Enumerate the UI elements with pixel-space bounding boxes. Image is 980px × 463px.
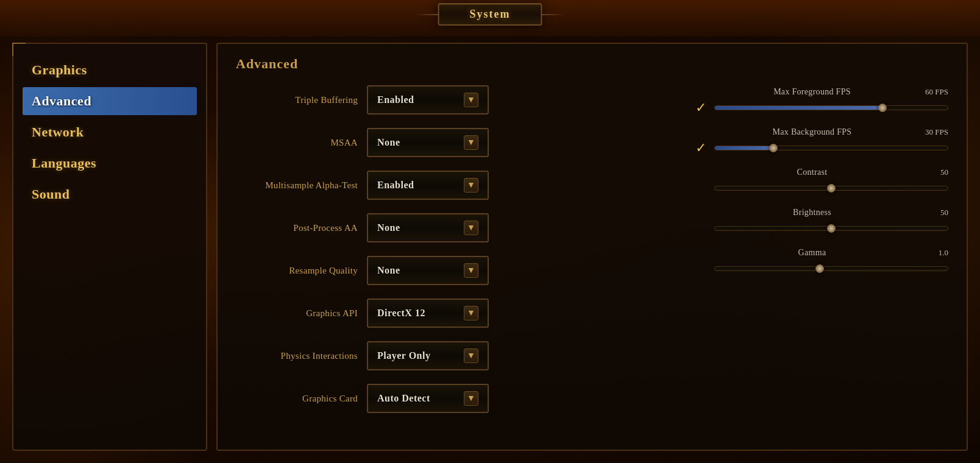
contrast-label: Contrast (715, 168, 909, 177)
resample-quality-dropdown[interactable]: None ▼ (367, 256, 489, 285)
triple-buffering-dropdown[interactable]: Enabled ▼ (367, 85, 489, 115)
msaa-arrow: ▼ (464, 135, 478, 150)
contrast-track[interactable] (714, 186, 948, 191)
gamma-thumb[interactable] (815, 264, 824, 273)
max-foreground-fps-label: Max Foreground FPS (715, 87, 909, 97)
brightness-value: 50 (915, 208, 948, 217)
msaa-dropdown[interactable]: None ▼ (367, 128, 489, 157)
settings-left: Triple Buffering Enabled ▼ MSAA None ▼ (236, 84, 668, 414)
physics-interactions-label: Physics Interactions (236, 351, 358, 361)
graphics-card-arrow: ▼ (464, 391, 478, 406)
max-foreground-fps-checkbox[interactable]: ✓ (692, 99, 709, 116)
post-process-aa-arrow: ▼ (464, 221, 478, 235)
max-background-fps-track[interactable] (714, 146, 948, 150)
multisample-row: Multisample Alpha-Test Enabled ▼ (236, 169, 668, 201)
max-foreground-fps-fill (715, 106, 882, 110)
graphics-card-value: Auto Detect (377, 393, 430, 404)
max-foreground-fps-track-container: ✓ (692, 99, 948, 116)
contrast-track-container (692, 180, 948, 197)
max-background-fps-thumb[interactable] (769, 144, 778, 152)
contrast-header: Contrast 50 (692, 168, 948, 177)
max-background-fps-slider-row: Max Background FPS 30 FPS ✓ (692, 127, 948, 157)
graphics-card-row: Graphics Card Auto Detect ▼ (236, 383, 668, 414)
section-title: Advanced (236, 56, 948, 72)
triple-buffering-label: Triple Buffering (236, 95, 358, 105)
triple-buffering-value: Enabled (377, 94, 414, 105)
max-foreground-fps-thumb[interactable] (878, 104, 887, 112)
max-background-fps-header: Max Background FPS 30 FPS (692, 127, 948, 137)
graphics-api-dropdown[interactable]: DirectX 12 ▼ (367, 299, 489, 328)
max-foreground-fps-slider-row: Max Foreground FPS 60 FPS ✓ (692, 87, 948, 116)
graphics-card-dropdown[interactable]: Auto Detect ▼ (367, 384, 489, 413)
multisample-label: Multisample Alpha-Test (236, 180, 358, 191)
graphics-api-label: Graphics API (236, 308, 358, 319)
sidebar-item-network[interactable]: Network (23, 118, 197, 146)
msaa-row: MSAA None ▼ (236, 127, 668, 158)
resample-quality-row: Resample Quality None ▼ (236, 255, 668, 286)
window-title: System (470, 8, 511, 20)
contrast-checkbox-placeholder (692, 180, 709, 197)
content-panel: Advanced Triple Buffering Enabled ▼ (216, 43, 968, 451)
max-foreground-fps-value: 60 FPS (915, 87, 948, 97)
triple-buffering-arrow: ▼ (464, 93, 478, 107)
sidebar-item-sound[interactable]: Sound (23, 180, 197, 208)
checkmark-icon: ✓ (695, 101, 706, 115)
post-process-aa-dropdown[interactable]: None ▼ (367, 213, 489, 242)
max-background-fps-fill (715, 146, 773, 150)
post-process-aa-value: None (377, 222, 400, 233)
msaa-label: MSAA (236, 138, 358, 148)
max-background-fps-label: Max Background FPS (715, 127, 909, 137)
physics-interactions-dropdown[interactable]: Player Only ▼ (367, 341, 489, 370)
gamma-header: Gamma 1.0 (692, 248, 948, 258)
multisample-arrow: ▼ (464, 178, 478, 193)
sidebar: Graphics Advanced Network Languages Soun… (12, 43, 207, 451)
triple-buffering-row: Triple Buffering Enabled ▼ (236, 84, 668, 116)
settings-grid: Triple Buffering Enabled ▼ MSAA None ▼ (236, 84, 948, 414)
checkmark-icon-2: ✓ (695, 141, 706, 155)
resample-quality-value: None (377, 265, 400, 276)
post-process-aa-label: Post-Process AA (236, 223, 358, 233)
graphics-card-label: Graphics Card (236, 394, 358, 404)
brightness-checkbox-placeholder (692, 220, 709, 237)
graphics-api-value: DirectX 12 (377, 308, 425, 319)
max-background-fps-value: 30 FPS (915, 127, 948, 137)
sidebar-item-advanced[interactable]: Advanced (23, 87, 197, 115)
settings-right: Max Foreground FPS 60 FPS ✓ (692, 84, 948, 414)
gamma-checkbox-placeholder (692, 260, 709, 277)
brightness-label: Brightness (715, 208, 909, 217)
sidebar-item-languages[interactable]: Languages (23, 149, 197, 177)
gamma-value: 1.0 (915, 248, 948, 258)
resample-quality-arrow: ▼ (464, 263, 478, 278)
brightness-slider-row: Brightness 50 (692, 208, 948, 237)
contrast-thumb[interactable] (827, 184, 836, 193)
max-background-fps-track-container: ✓ (692, 140, 948, 157)
physics-interactions-arrow: ▼ (464, 348, 478, 363)
gamma-label: Gamma (715, 248, 909, 258)
gamma-track-container (692, 260, 948, 277)
title-bar: System (438, 3, 542, 26)
brightness-track-container (692, 220, 948, 237)
brightness-thumb[interactable] (827, 224, 836, 233)
resample-quality-label: Resample Quality (236, 266, 358, 276)
max-foreground-fps-header: Max Foreground FPS 60 FPS (692, 87, 948, 97)
brightness-header: Brightness 50 (692, 208, 948, 217)
brightness-track[interactable] (714, 226, 948, 231)
contrast-value: 50 (915, 168, 948, 177)
physics-interactions-row: Physics Interactions Player Only ▼ (236, 340, 668, 372)
multisample-value: Enabled (377, 180, 414, 191)
graphics-api-arrow: ▼ (464, 306, 478, 320)
graphics-api-row: Graphics API DirectX 12 ▼ (236, 297, 668, 329)
max-background-fps-checkbox[interactable]: ✓ (692, 140, 709, 157)
main-container: Graphics Advanced Network Languages Soun… (12, 43, 968, 451)
sidebar-item-graphics[interactable]: Graphics (23, 56, 197, 84)
multisample-dropdown[interactable]: Enabled ▼ (367, 171, 489, 200)
max-foreground-fps-track[interactable] (714, 105, 948, 110)
physics-interactions-value: Player Only (377, 350, 430, 361)
contrast-slider-row: Contrast 50 (692, 168, 948, 197)
msaa-value: None (377, 137, 400, 148)
gamma-track[interactable] (714, 266, 948, 271)
gamma-slider-row: Gamma 1.0 (692, 248, 948, 277)
post-process-aa-row: Post-Process AA None ▼ (236, 212, 668, 244)
title-box: System (438, 3, 542, 26)
